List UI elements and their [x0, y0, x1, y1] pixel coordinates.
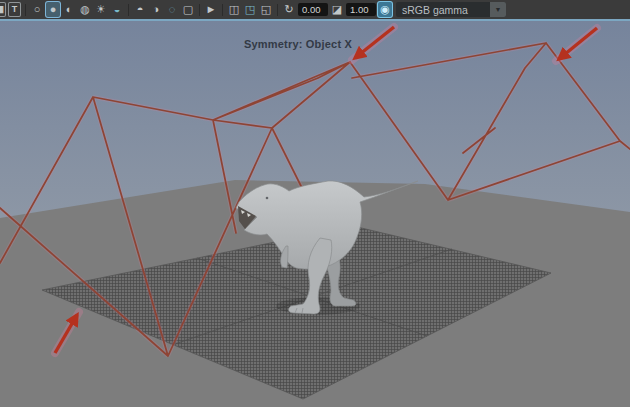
xray-joints-icon[interactable]: ◳: [243, 2, 257, 17]
film-gate-icon[interactable]: ▦: [0, 2, 6, 17]
exposure-field[interactable]: 0.00: [298, 3, 328, 16]
dropdown-caret-icon[interactable]: ▼: [490, 2, 506, 17]
default-material-icon[interactable]: ◍: [78, 2, 92, 17]
toolbar-separator: [199, 4, 200, 16]
toolbar-separator: [222, 4, 223, 16]
isolate-select-icon[interactable]: ►: [204, 2, 218, 17]
viewport-3d[interactable]: [0, 0, 630, 407]
xray-active-icon[interactable]: ◱: [259, 2, 273, 17]
antialiasing-icon[interactable]: ◌: [165, 2, 179, 17]
toolbar-separator: [277, 4, 278, 16]
view-transform-icon[interactable]: ◉: [378, 2, 392, 17]
depth-of-field-icon[interactable]: ▢: [181, 2, 195, 17]
active-viewport-border: [0, 19, 630, 21]
safe-title-icon[interactable]: T: [8, 2, 21, 17]
inview-message: Symmetry: Object X: [0, 38, 596, 50]
exposure-icon[interactable]: ↻: [282, 2, 296, 17]
motion-blur-icon[interactable]: ◑: [149, 2, 163, 17]
dino-eye: [266, 197, 269, 200]
shadows-icon[interactable]: ◒: [110, 2, 124, 17]
toolbar-separator: [128, 4, 129, 16]
gamma-field[interactable]: 1.00: [346, 3, 376, 16]
ssao-icon[interactable]: ◓: [133, 2, 147, 17]
gamma-icon[interactable]: ◪: [330, 2, 344, 17]
toolbar-separator: [25, 4, 26, 16]
wireframe-mode-icon[interactable]: ○: [30, 2, 44, 17]
lights-icon[interactable]: ☀: [94, 2, 108, 17]
panel-toolbar: ▦T○●◐◍☀◒◓◑◌▢►◫◳◱↻0.00◪1.00◉sRGB gamma▼: [0, 0, 630, 19]
shaded-mode-icon[interactable]: ●: [46, 2, 60, 17]
view-transform-value: sRGB gamma: [396, 4, 490, 16]
view-transform-dropdown[interactable]: sRGB gamma▼: [396, 2, 506, 17]
textured-mode-icon[interactable]: ◐: [62, 2, 76, 17]
xray-icon[interactable]: ◫: [227, 2, 241, 17]
